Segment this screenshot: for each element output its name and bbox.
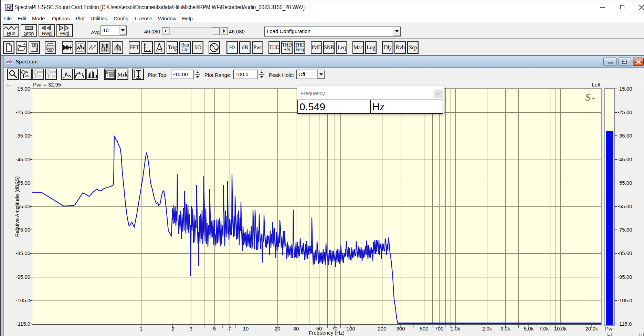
svg-text:OUT: OUT — [38, 71, 43, 74]
svg-text:+: + — [591, 95, 595, 102]
svg-text:IN: IN — [25, 71, 28, 74]
svg-text:2X: 2X — [38, 74, 41, 78]
svg-text:2X: 2X — [25, 74, 29, 78]
svg-text:S: S — [585, 91, 591, 103]
svg-text:OUT: OUT — [51, 71, 56, 74]
svg-text:FULL: FULL — [50, 74, 56, 78]
